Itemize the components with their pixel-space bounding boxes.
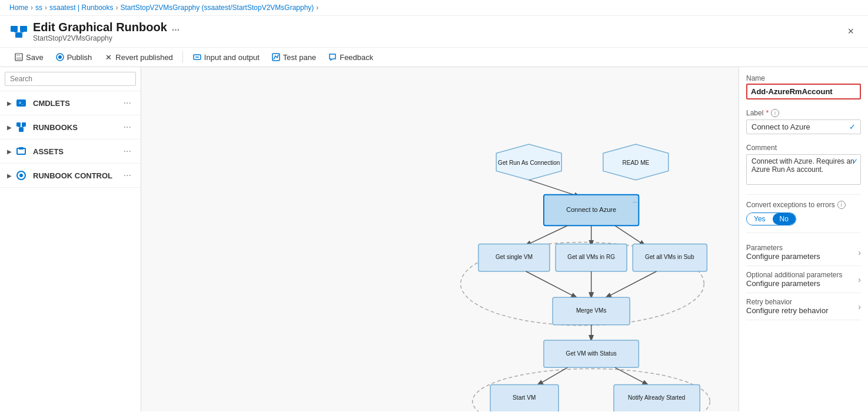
svg-line-26: [529, 180, 580, 197]
toolbar-separator: [182, 51, 183, 63]
label-field-label: Label * i: [746, 109, 861, 117]
main-area: ▶ >_ CMDLETS ··· ▶ RUNBOOKS ··· ▶ ASSETS…: [0, 67, 868, 411]
comment-section: Comment Connect with Azure. Requires an …: [746, 144, 861, 185]
input-output-button[interactable]: Input and output: [188, 50, 264, 64]
svg-line-30: [526, 225, 568, 245]
publish-label: Publish: [67, 53, 92, 62]
sidebar-item-assets[interactable]: ▶ ASSETS ···: [0, 140, 141, 164]
revert-icon: ✕: [104, 52, 113, 62]
svg-rect-0: [11, 26, 18, 32]
svg-line-36: [526, 271, 577, 297]
sidebar-item-runbooks-more[interactable]: ···: [121, 122, 134, 132]
convert-section: Convert exceptions to errors i Yes No: [746, 201, 861, 225]
close-button[interactable]: ×: [843, 23, 859, 40]
svg-rect-2: [15, 33, 22, 38]
retry-chevron-icon: ›: [858, 302, 861, 311]
toggle-no-button[interactable]: No: [773, 213, 796, 225]
comment-label: Comment: [746, 144, 861, 152]
label-input[interactable]: Connect to Azure ✓: [746, 119, 861, 134]
sidebar-item-cmdlets-more[interactable]: ···: [121, 98, 134, 108]
sidebar-item-cmdlets[interactable]: ▶ >_ CMDLETS ···: [0, 91, 141, 115]
divider-1: [746, 194, 861, 195]
sidebar-item-runbook-control[interactable]: ▶ RUNBOOK CONTROL ···: [0, 164, 141, 188]
cmdlets-icon: >_: [14, 96, 28, 110]
breadcrumb: Home › ss › ssaatest | Runbooks › StartS…: [0, 0, 868, 16]
svg-line-38: [606, 271, 657, 297]
label-input-value: Connect to Azure: [751, 122, 810, 131]
sidebar-search-container: [0, 67, 141, 91]
svg-text:Get Run As Connection: Get Run As Connection: [498, 160, 560, 166]
expand-icon-runbooks: ▶: [7, 124, 12, 131]
test-pane-button[interactable]: Test pane: [267, 50, 321, 64]
svg-rect-21: [19, 147, 24, 150]
breadcrumb-home[interactable]: Home: [9, 4, 28, 12]
label-check-icon: ✓: [849, 122, 856, 131]
revert-button[interactable]: ✕ Revert published: [99, 50, 178, 64]
search-input[interactable]: [5, 72, 136, 86]
svg-line-19: [21, 127, 24, 128]
svg-rect-17: [19, 128, 24, 132]
svg-text:Get single VM: Get single VM: [495, 254, 533, 260]
comment-check-icon: ✓: [852, 157, 858, 165]
breadcrumb-runbook[interactable]: StartStopV2VMsGrapphy (ssaatest/StartSto…: [121, 4, 314, 12]
publish-icon: [55, 52, 65, 62]
runbooks-icon: [14, 120, 28, 134]
sidebar-item-assets-label: ASSETS: [33, 147, 121, 156]
toolbar: Save Publish ✕ Revert published Input an…: [0, 48, 868, 67]
svg-text:Get all VMs in Sub: Get all VMs in Sub: [645, 254, 694, 260]
svg-rect-6: [16, 54, 20, 56]
assets-icon: [14, 144, 28, 158]
toggle-group: Yes No: [746, 213, 796, 225]
header-more-button[interactable]: ...: [172, 22, 179, 33]
divider-2: [746, 233, 861, 233]
label-info-icon[interactable]: i: [771, 109, 779, 117]
svg-rect-16: [22, 122, 26, 127]
save-button[interactable]: Save: [9, 50, 48, 64]
feedback-button[interactable]: Feedback: [323, 50, 378, 64]
canvas[interactable]: Get Run As Connection READ ME Connect to…: [141, 67, 739, 411]
retry-value: Configure retry behavior: [746, 306, 828, 315]
publish-button[interactable]: Publish: [51, 50, 97, 64]
svg-line-4: [19, 32, 24, 33]
comment-value: Connect with Azure. Requires an Azure Ru…: [751, 157, 856, 182]
toggle-yes-button[interactable]: Yes: [747, 213, 773, 225]
svg-text:Get all VMs in RG: Get all VMs in RG: [567, 254, 615, 260]
name-value: Add-AzureRmAccount: [746, 84, 861, 99]
parameters-label: Parameters: [746, 244, 820, 252]
convert-label: Convert exceptions to errors i: [746, 201, 861, 209]
sidebar-item-assets-more[interactable]: ···: [121, 146, 134, 157]
optional-params-nav[interactable]: Optional additional parameters Configure…: [746, 266, 861, 293]
optional-params-label: Optional additional parameters: [746, 271, 842, 279]
svg-point-23: [19, 174, 23, 177]
test-pane-icon: [271, 52, 281, 62]
required-indicator: *: [766, 109, 769, 117]
comment-textarea[interactable]: Connect with Azure. Requires an Azure Ru…: [746, 154, 861, 185]
svg-text:>_: >_: [19, 101, 24, 105]
sidebar-item-runbook-control-more[interactable]: ···: [121, 170, 134, 181]
test-pane-label: Test pane: [283, 53, 316, 62]
feedback-icon: [328, 52, 337, 62]
convert-info-icon[interactable]: i: [837, 201, 846, 209]
optional-params-chevron-icon: ›: [858, 275, 861, 284]
svg-rect-1: [20, 26, 27, 32]
retry-nav[interactable]: Retry behavior Configure retry behavior …: [746, 293, 861, 320]
page-title: Edit Graphical Runbook: [33, 21, 167, 34]
input-output-label: Input and output: [204, 53, 260, 62]
svg-text:Connect to Azure: Connect to Azure: [566, 206, 616, 213]
parameters-nav[interactable]: Parameters Configure parameters ›: [746, 239, 861, 266]
runbook-icon: [9, 22, 28, 41]
breadcrumb-runbooks[interactable]: ssaatest | Runbooks: [49, 4, 114, 12]
sidebar: ▶ >_ CMDLETS ··· ▶ RUNBOOKS ··· ▶ ASSETS…: [0, 67, 141, 411]
parameters-chevron-icon: ›: [858, 248, 861, 257]
sidebar-item-runbooks[interactable]: ▶ RUNBOOKS ···: [0, 115, 141, 140]
svg-line-3: [14, 32, 19, 33]
page-header: Edit Graphical Runbook ... StartStopV2VM…: [0, 16, 868, 48]
feedback-label: Feedback: [340, 53, 373, 62]
runbook-control-icon: [14, 168, 28, 182]
svg-rect-15: [16, 122, 21, 127]
expand-icon-runbook-control: ▶: [7, 172, 12, 179]
svg-text:···: ···: [633, 199, 637, 205]
name-section: Name Add-AzureRmAccount: [746, 74, 861, 99]
svg-text:Get VM with Status: Get VM with Status: [566, 350, 617, 357]
breadcrumb-ss[interactable]: ss: [35, 4, 42, 12]
